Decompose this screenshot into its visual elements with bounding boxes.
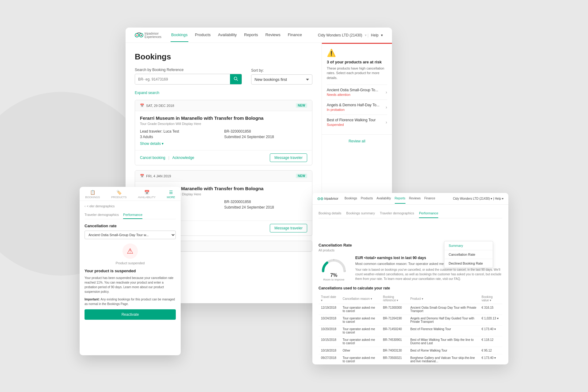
show-details-1[interactable]: Show details ▾ xyxy=(140,141,307,146)
tripadvisor-logo-icon xyxy=(135,32,143,39)
account-name[interactable]: Cidy Wonders LTD (21430) xyxy=(318,33,362,37)
tertiary-window: tripadvisor Bookings Products Availabili… xyxy=(312,193,508,364)
search-label: Search by Booking Reference xyxy=(135,68,242,72)
nav-link-finance[interactable]: Finance xyxy=(287,28,303,42)
risk-item-2-status: Suspended xyxy=(327,123,375,126)
tertiary-content: Booking details Bookings summary Travele… xyxy=(312,205,508,364)
booking-card-1: 📅 SAT, 29 DEC 2018 NEW Ferarri Museum in… xyxy=(135,100,312,165)
col-travel-date[interactable]: Travel date ▾ xyxy=(318,293,340,304)
suspended-icon-container: ⚠ xyxy=(123,243,138,259)
mini-content: ‹ < eler demographics Traveler demograph… xyxy=(80,201,181,323)
nav-link-reviews[interactable]: Reviews xyxy=(265,28,281,42)
table-row-5: 09/27/2018 Tour operator asked me to can… xyxy=(318,354,502,365)
col-booking-value[interactable]: Booking value ▾ xyxy=(479,293,502,304)
logo-text: tripadvisor Experiences xyxy=(145,32,161,39)
svg-point-2 xyxy=(136,35,138,36)
tert-nav-reports[interactable]: Reports xyxy=(395,194,405,204)
nav-link-bookings[interactable]: Bookings xyxy=(171,28,188,42)
sort-select[interactable]: New bookings first xyxy=(251,74,312,85)
tertiary-nav: tripadvisor Bookings Products Availabili… xyxy=(312,193,508,205)
booking-badge-2: NEW xyxy=(296,174,307,178)
tab-performance[interactable]: Performance xyxy=(419,209,438,218)
gauge-svg xyxy=(320,256,348,273)
mini-tab-performance[interactable]: Performance xyxy=(123,211,142,219)
risk-item-0[interactable]: Ancient Ostia Small-Group To... Needs at… xyxy=(327,85,387,100)
mini-nav-availability[interactable]: 📅 AVAILABILITY xyxy=(138,190,156,199)
products-icon: 🏷️ xyxy=(116,190,122,195)
booking-card-1-header: 📅 SAT, 29 DEC 2018 NEW xyxy=(135,100,312,111)
booking-details-1: Lead traveler: Luca Test BR-3200001858 3… xyxy=(140,129,307,139)
availability-icon: 📅 xyxy=(144,190,149,195)
mini-nav-products[interactable]: 🏷️ PRODUCTS xyxy=(111,190,127,199)
mini-nav: 📋 BOOKINGS 🏷️ PRODUCTS 📅 AVAILABILITY ☰ … xyxy=(80,187,181,201)
search-icon xyxy=(234,77,238,81)
reference-2: BR-3200001858 xyxy=(224,200,307,204)
nav-right: Cidy Wonders LTD (21430) ▾ | Help ▾ xyxy=(318,33,383,37)
message-traveler-btn-2[interactable]: Message traveler xyxy=(270,224,307,232)
table-row-0: 12/19/2018 Tour operator asked me to can… xyxy=(318,304,502,315)
suspended-desc-2: Important: Any existing bookings for thi… xyxy=(85,297,176,306)
table-row-1: 10/24/2018 Tour operator asked me to can… xyxy=(318,315,502,326)
col-product[interactable]: Product ▾ xyxy=(408,293,479,304)
mini-nav-bookings[interactable]: 📋 BOOKINGS xyxy=(85,190,100,199)
dropdown-cancellation-rate[interactable]: Cancellation Rate xyxy=(444,250,493,259)
tert-nav-availability[interactable]: Availability xyxy=(377,194,391,204)
risk-item-0-status: Needs attention xyxy=(327,93,378,96)
risk-item-1[interactable]: Angels & Demons Half-Day To... In probat… xyxy=(327,100,387,115)
suspended-title: Your product is suspended xyxy=(85,269,176,273)
mini-product-select[interactable]: Ancient Ostia Small-Group Day Tour w... xyxy=(85,231,176,239)
more-icon: ☰ xyxy=(169,190,173,195)
submitted-1: Submitted 24 September 2018 xyxy=(224,135,307,139)
tert-nav-finance[interactable]: Finance xyxy=(424,194,435,204)
nav-link-reports[interactable]: Reports xyxy=(243,28,259,42)
booking-badge-1: NEW xyxy=(296,103,307,108)
review-all-link[interactable]: Review all xyxy=(322,134,392,148)
perf-tabs: Booking details Bookings summary Travele… xyxy=(318,209,502,218)
mini-tab-traveler-demo[interactable]: Traveler demographics xyxy=(85,211,119,219)
alert-icon: ⚠ xyxy=(127,247,134,255)
message-traveler-btn-1[interactable]: Message traveler xyxy=(270,153,307,162)
search-input[interactable] xyxy=(135,75,230,84)
table-row-2: 10/20/2018 Tour operator asked me to can… xyxy=(318,326,502,336)
expand-search[interactable]: Expand search xyxy=(135,91,312,95)
gauge-percent: 7% xyxy=(330,273,337,278)
tert-nav-bookings[interactable]: Bookings xyxy=(345,194,357,204)
tab-booking-details[interactable]: Booking details xyxy=(318,209,341,218)
acknowledge-1[interactable]: Acknowledge xyxy=(172,156,194,160)
submitted-2: Submitted 24 September 2018 xyxy=(224,205,307,209)
search-section: Search by Booking Reference xyxy=(135,68,312,85)
search-input-wrap xyxy=(135,74,242,85)
secondary-window: 📋 BOOKINGS 🏷️ PRODUCTS 📅 AVAILABILITY ☰ … xyxy=(80,187,181,355)
booking-card-1-footer: Cancel booking | Acknowledge Message tra… xyxy=(135,150,312,165)
booking-subtitle-1: Tour Grade Description Will Display Here xyxy=(140,122,307,126)
nav-link-products[interactable]: Products xyxy=(194,28,211,42)
tert-nav-products[interactable]: Products xyxy=(361,194,373,204)
mini-nav-more[interactable]: ☰ MORE xyxy=(167,190,175,199)
booking-card-1-body: Ferarri Museum in Maranello with Transfe… xyxy=(135,111,312,150)
tab-traveler-demographics[interactable]: Traveler demographics xyxy=(380,209,414,218)
dropdown-declined-booking[interactable]: Declined Booking Rate xyxy=(444,259,493,268)
risk-item-2[interactable]: Best of Florence Walking Tour Suspended … xyxy=(327,115,387,130)
cancellations-table: Travel date ▾ Cancellation reason ▾ Book… xyxy=(318,293,502,364)
table-row-4: 10/18/2018 Other BR-74003130 Best of Rom… xyxy=(318,347,502,354)
performance-dropdown: Summary Cancellation Rate Declined Booki… xyxy=(444,241,493,268)
risk-title: 3 of your products are at risk xyxy=(327,60,387,64)
tert-logo-icon xyxy=(317,196,323,201)
page-title: Bookings xyxy=(135,52,312,62)
nav-logo: tripadvisor Experiences xyxy=(135,32,161,39)
tab-bookings-summary[interactable]: Bookings summary xyxy=(346,209,375,218)
svg-point-3 xyxy=(141,35,142,36)
gauge-sublabel: Room to Improve xyxy=(323,278,344,281)
col-booking-reference[interactable]: Booking reference ▾ xyxy=(380,293,408,304)
nav-link-availability[interactable]: Availability xyxy=(217,28,237,42)
dropdown-summary[interactable]: Summary xyxy=(444,241,493,250)
reactivate-button[interactable]: Reactivate xyxy=(85,309,176,320)
sort-label: Sort by: xyxy=(251,68,312,73)
cancel-booking-1[interactable]: Cancel booking xyxy=(140,156,165,160)
lead-traveler-1: Lead traveler: Luca Test xyxy=(140,129,223,134)
help-link[interactable]: Help xyxy=(371,33,379,37)
search-button[interactable] xyxy=(230,74,242,84)
col-cancellation-reason[interactable]: Cancellation reason ▾ xyxy=(340,293,381,304)
chevron-right-icon-1: › xyxy=(386,105,387,110)
tert-nav-reviews[interactable]: Reviews xyxy=(409,194,421,204)
